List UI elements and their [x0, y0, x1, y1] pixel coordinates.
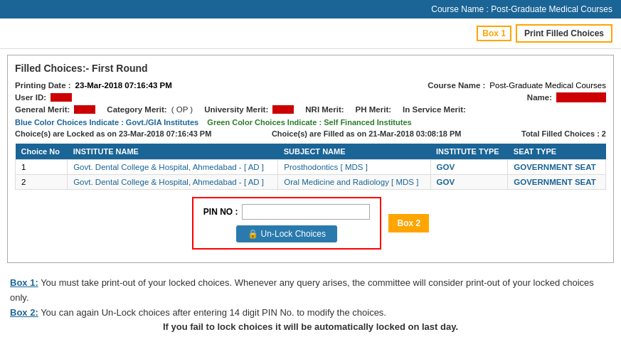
category-merit-row: Category Merit: ( OP ) [107, 105, 193, 114]
printing-date-row: Printing Date : 23-Mar-2018 07:16:43 PM [15, 81, 172, 90]
general-merit-redacted [74, 105, 95, 114]
printing-date-value: 23-Mar-2018 07:16:43 PM [75, 81, 172, 90]
in-service-merit-row: In Service Merit: [403, 105, 466, 114]
university-merit-label: University Merit: [204, 105, 268, 114]
box2-note: Box 2: You can again Un-Lock choices aft… [10, 306, 611, 321]
locked-info-row: Choice(s) are Locked as on 23-Mar-2018 0… [15, 129, 606, 138]
cell-seat-type: GOVERNMENT SEAT [508, 175, 606, 190]
print-filled-choices-button[interactable]: Print Filled Choices [516, 24, 612, 43]
box2-ref: Box 2: [10, 307, 38, 318]
ph-merit-row: PH Merit: [356, 105, 391, 114]
course-name-top: Course Name : Post-Graduate Medical Cour… [431, 4, 612, 14]
top-bar: Course Name : Post-Graduate Medical Cour… [0, 0, 621, 18]
choices-table: Choice No INSTITUTE NAME SUBJECT NAME IN… [15, 144, 606, 190]
main-panel: Filled Choices:- First Round Printing Da… [7, 55, 614, 263]
pin-input[interactable] [242, 204, 370, 220]
category-merit-val: ( OP ) [171, 105, 193, 114]
name-redacted [556, 92, 606, 102]
legend-green: Green Color Choices Indicate : Self Fina… [207, 118, 411, 127]
table-row: 2 Govt. Dental College & Hospital, Ahmed… [16, 175, 606, 190]
course-name-val: Post-Graduate Medical Courses [489, 81, 606, 90]
cell-institute-name: Govt. Dental College & Hospital, Ahmedab… [68, 175, 278, 190]
print-btn-wrapper: Box 1 Print Filled Choices [477, 24, 612, 43]
col-choice-no: Choice No [16, 144, 68, 160]
cell-subject-name: Oral Medicine and Radiology [ MDS ] [278, 175, 430, 190]
general-merit-row: General Merit: [15, 105, 95, 114]
name-label: Name: [527, 93, 552, 102]
university-merit-redacted [272, 105, 294, 114]
warning-text: If you fail to lock choices it will be a… [10, 320, 611, 335]
col-seat-type: SEAT TYPE [508, 144, 606, 160]
cell-institute-type: GOV [430, 175, 508, 190]
legend-row: Blue Color Choices Indicate : Govt./GIA … [15, 118, 606, 127]
cell-choice-no: 2 [16, 175, 68, 190]
user-id-redacted [51, 93, 72, 102]
col-subject-name: SUBJECT NAME [278, 144, 430, 160]
cell-institute-type: GOV [430, 160, 508, 175]
total-filled: Total Filled Choices : 2 [521, 129, 606, 138]
pin-wrapper: PIN NO : 🔒 Un-Lock Choices [192, 197, 382, 250]
box1-text: You must take print-out of your locked c… [10, 277, 594, 303]
pin-label: PIN NO : [203, 207, 238, 217]
cell-institute-name: Govt. Dental College & Hospital, Ahmedab… [68, 160, 278, 175]
col-institute-name: INSTITUTE NAME [68, 144, 278, 160]
col-institute-type: INSTITUTE TYPE [430, 144, 508, 160]
cell-choice-no: 1 [16, 160, 68, 175]
box1-ref: Box 1: [10, 277, 38, 288]
pin-section: PIN NO : 🔒 Un-Lock Choices Box 2 [15, 197, 606, 250]
printing-date-label: Printing Date : [15, 81, 71, 90]
box2-text: You can again Un-Lock choices after ente… [41, 307, 386, 318]
cell-subject-name: Prosthodontics [ MDS ] [278, 160, 430, 175]
category-merit-label: Category Merit: [107, 105, 166, 114]
header-row: Box 1 Print Filled Choices [0, 18, 621, 49]
notes-section: Box 1: You must take print-out of your l… [0, 269, 621, 342]
box1-label: Box 1 [477, 26, 511, 41]
locked-as-of: Choice(s) are Locked as on 23-Mar-2018 0… [15, 129, 211, 138]
user-id-row: User ID: [15, 92, 72, 102]
university-merit-row: University Merit: [204, 105, 294, 114]
general-merit-label: General Merit: [15, 105, 70, 114]
user-id-label: User ID: [15, 93, 46, 102]
nri-merit-label: NRI Merit: [305, 105, 344, 114]
name-row: Name: [527, 92, 606, 102]
filled-choices-title: Filled Choices:- First Round [15, 63, 606, 74]
course-name-label2: Course Name : [428, 81, 485, 90]
filled-as-of: Choice(s) are Filled as on 21-Mar-2018 0… [272, 129, 462, 138]
table-row: 1 Govt. Dental College & Hospital, Ahmed… [16, 160, 606, 175]
legend-blue: Blue Color Choices Indicate : Govt./GIA … [15, 118, 201, 127]
course-name-row: Course Name : Post-Graduate Medical Cour… [428, 81, 606, 90]
box1-note: Box 1: You must take print-out of your l… [10, 276, 611, 306]
nri-merit-row: NRI Merit: [305, 105, 344, 114]
cell-seat-type: GOVERNMENT SEAT [508, 160, 606, 175]
box2-label: Box 2 [388, 214, 429, 232]
merit-row: General Merit: Category Merit: ( OP ) Un… [15, 105, 606, 114]
unlock-choices-button[interactable]: 🔒 Un-Lock Choices [236, 225, 337, 242]
pin-row: PIN NO : [203, 204, 371, 220]
ph-merit-label: PH Merit: [356, 105, 391, 114]
in-service-merit-label: In Service Merit: [403, 105, 466, 114]
